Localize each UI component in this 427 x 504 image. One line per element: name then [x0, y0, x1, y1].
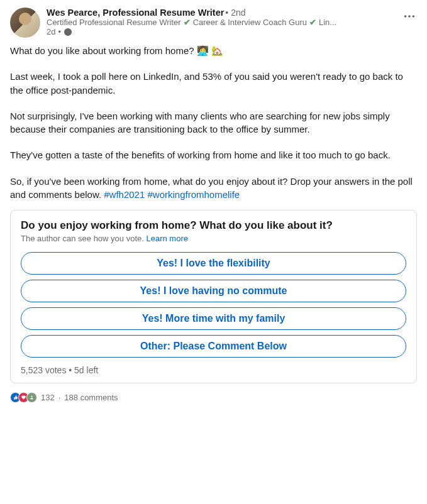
post-time: 2d	[47, 27, 55, 36]
poll-stats: 5,523 votes • 5d left	[21, 365, 406, 375]
hashtag-link[interactable]: #workingfromhomelife	[147, 189, 240, 200]
poll-question: Do you enjoy working from home? What do …	[21, 219, 406, 232]
svg-point-0	[404, 15, 407, 18]
separator-dot: ·	[58, 393, 61, 402]
poll-subtext: The author can see how you vote. Learn m…	[21, 234, 406, 243]
poll-option[interactable]: Yes! I love having no commute	[21, 280, 406, 302]
poll-option[interactable]: Yes! I love the flexibility	[21, 252, 406, 275]
reaction-count[interactable]: 132	[41, 393, 55, 402]
hashtag-link[interactable]: #wfh2021	[104, 189, 145, 200]
author-headline: Certified Professional Resume Writer ✔ C…	[47, 18, 386, 27]
dots-icon	[402, 9, 416, 23]
poll-card: Do you enjoy working from home? What do …	[10, 210, 417, 383]
poll-option[interactable]: Yes! More time with my family	[21, 307, 406, 330]
checkmark-icon: ✔	[184, 18, 191, 27]
more-options-button[interactable]	[399, 6, 419, 26]
meta-dot: •	[58, 27, 61, 36]
post-content: What do you like about working from home…	[10, 44, 417, 201]
globe-icon	[64, 28, 72, 36]
support-reaction-icon	[26, 392, 37, 403]
svg-point-1	[408, 15, 411, 18]
reaction-icons[interactable]	[10, 392, 35, 403]
svg-point-2	[413, 15, 415, 18]
poll-option[interactable]: Other: Please Comment Below	[21, 335, 406, 358]
learn-more-link[interactable]: Learn more	[146, 234, 187, 243]
emoji-group: 👩‍💻 🏡	[197, 45, 223, 56]
avatar[interactable]	[10, 8, 40, 38]
checkmark-icon: ✔	[309, 18, 316, 27]
comments-count[interactable]: 188 comments	[64, 393, 118, 402]
author-name[interactable]: Wes Pearce, Professional Resume Writer	[47, 8, 224, 18]
svg-point-3	[31, 396, 32, 397]
connection-degree: • 2nd	[225, 8, 245, 18]
